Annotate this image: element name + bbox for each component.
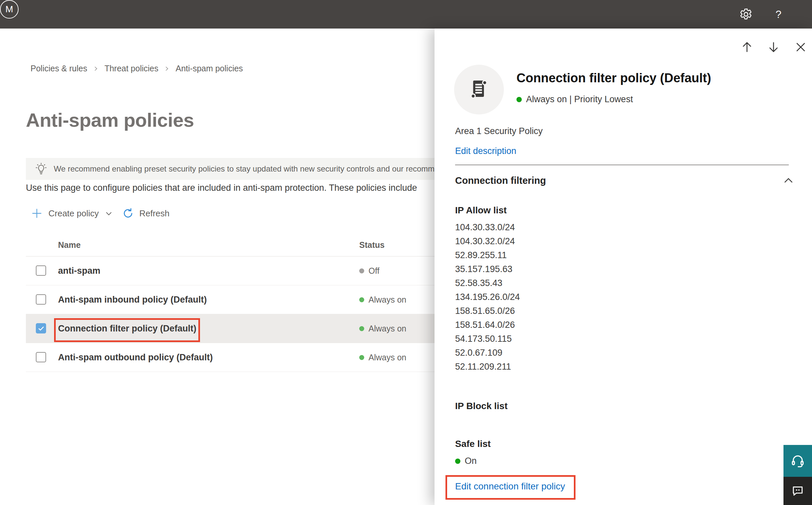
ip-entry: 52.0.67.109 (455, 346, 520, 360)
status-dot-green (455, 459, 460, 464)
feedback-chat-button[interactable] (784, 477, 812, 505)
status-cell: Always on (359, 285, 406, 314)
flyout-title: Connection filter policy (Default) (517, 71, 711, 85)
ip-allow-list: 104.30.33.0/24 104.30.32.0/24 52.89.255.… (455, 220, 520, 374)
ip-entry: 134.195.26.0/24 (455, 290, 520, 304)
ip-entry: 52.11.209.211 (455, 360, 520, 374)
ip-allow-list-heading: IP Allow list (455, 205, 507, 216)
status-dot (359, 269, 364, 274)
ip-entry: 35.157.195.63 (455, 262, 520, 276)
policy-name-link[interactable]: Connection filter policy (Default) (58, 314, 196, 343)
flyout-status-line: Always on | Priority Lowest (517, 94, 633, 105)
edit-connection-filter-policy-link[interactable]: Edit connection filter policy (455, 481, 565, 492)
support-headset-button[interactable] (784, 445, 812, 477)
page-description: Use this page to configure policies that… (26, 181, 434, 194)
status-label: Off (369, 266, 380, 276)
ip-entry: 52.89.255.11 (455, 248, 520, 262)
status-dot-green (517, 97, 522, 102)
status-cell: Always on (359, 314, 406, 343)
section-header-connection-filtering: Connection filtering (455, 175, 546, 186)
status-label: Always on (369, 295, 406, 305)
policy-name-link[interactable]: Anti-spam inbound policy (Default) (58, 285, 207, 314)
help-icon[interactable]: ? (770, 0, 787, 28)
previous-item-arrow-up-icon[interactable] (739, 39, 755, 55)
edit-description-link[interactable]: Edit description (455, 146, 517, 156)
safe-list-status: On (455, 456, 477, 466)
table-row[interactable]: Anti-spam inbound policy (Default) Alway… (26, 285, 434, 314)
create-policy-button[interactable]: Create policy (30, 204, 113, 223)
column-header-status[interactable]: Status (359, 240, 384, 250)
policy-name-link[interactable]: anti-spam (58, 257, 100, 285)
table-header: Name Status (26, 232, 434, 257)
details-flyout-panel: Connection filter policy (Default) Alway… (434, 28, 812, 505)
chevron-right-icon (93, 66, 98, 71)
policy-scroll-icon (454, 65, 504, 115)
policy-description: Area 1 Security Policy (455, 126, 543, 136)
safe-list-status-label: On (465, 456, 477, 466)
row-checkbox[interactable] (36, 294, 46, 305)
safe-list-heading: Safe list (455, 439, 490, 449)
ip-entry: 158.51.65.0/26 (455, 304, 520, 318)
ip-entry: 104.30.33.0/24 (455, 220, 520, 234)
chevron-down-icon (105, 209, 113, 217)
command-bar: Create policy Refresh (26, 204, 391, 223)
row-checkbox[interactable] (36, 352, 46, 362)
table-row[interactable]: anti-spam Off (26, 257, 434, 285)
recommendation-banner: We recommend enabling preset security po… (26, 158, 434, 180)
status-label: Always on (369, 353, 406, 362)
plus-icon (30, 207, 43, 220)
breadcrumb-anti-spam-policies[interactable]: Anti-spam policies (176, 64, 243, 73)
table-row[interactable]: Anti-spam outbound policy (Default) Alwa… (26, 343, 434, 372)
breadcrumb-threat-policies[interactable]: Threat policies (105, 64, 159, 73)
ip-entry: 54.173.50.115 (455, 332, 520, 346)
page-title: Anti-spam policies (26, 109, 194, 131)
refresh-icon (122, 207, 134, 219)
chat-bubble-icon (791, 484, 805, 498)
chevron-up-icon[interactable] (784, 177, 793, 184)
top-app-bar: ? M (0, 0, 812, 28)
close-icon[interactable] (793, 39, 809, 55)
create-policy-label: Create policy (48, 208, 99, 219)
column-header-name[interactable]: Name (58, 240, 80, 250)
divider (455, 165, 789, 165)
refresh-button[interactable]: Refresh (122, 204, 170, 223)
ip-entry: 158.51.64.0/26 (455, 318, 520, 332)
lightbulb-icon (34, 162, 48, 176)
status-label: Always on (369, 324, 406, 333)
banner-text: We recommend enabling preset security po… (54, 164, 434, 174)
chevron-right-icon (164, 66, 170, 71)
ip-entry: 52.58.35.43 (455, 276, 520, 290)
row-checkbox[interactable] (36, 266, 46, 276)
ip-entry: 104.30.32.0/24 (455, 234, 520, 248)
settings-gear-icon[interactable] (738, 0, 754, 28)
status-cell: Always on (359, 343, 406, 372)
account-avatar[interactable]: M (0, 0, 19, 19)
ip-block-list-heading: IP Block list (455, 401, 508, 411)
table-row-selected[interactable]: Connection filter policy (Default) Alway… (26, 314, 434, 343)
breadcrumb: Policies & rules Threat policies Anti-sp… (30, 64, 243, 73)
breadcrumb-policies-rules[interactable]: Policies & rules (30, 64, 87, 73)
policy-name-link[interactable]: Anti-spam outbound policy (Default) (58, 343, 213, 372)
status-cell: Off (359, 257, 380, 285)
refresh-label: Refresh (139, 208, 170, 219)
status-dot (359, 297, 364, 302)
headset-icon (790, 453, 805, 469)
status-dot (359, 355, 364, 360)
status-dot (359, 326, 364, 331)
status-priority-label: Always on | Priority Lowest (526, 94, 633, 105)
next-item-arrow-down-icon[interactable] (766, 39, 782, 55)
policy-table: Name Status anti-spam Off Anti-spam inbo… (26, 232, 434, 372)
row-checkbox-checked[interactable] (36, 323, 46, 333)
